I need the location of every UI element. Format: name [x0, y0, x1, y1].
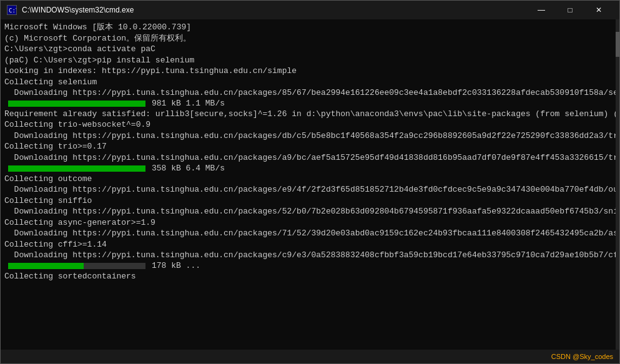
- progress-line: 178 kB ...: [4, 261, 616, 271]
- terminal-line: Downloading https://pypi.tuna.tsinghua.e…: [4, 130, 616, 142]
- progress-bar-fill: [8, 165, 145, 172]
- terminal-line: Looking in indexes: https://pypi.tuna.ts…: [4, 66, 616, 77]
- cmd-window: C:\ C:\WINDOWS\system32\cmd.exe — □ ✕ Mi…: [0, 0, 620, 364]
- terminal-line: Downloading https://pypi.tuna.tsinghua.e…: [4, 87, 616, 99]
- progress-bar-fill: [8, 101, 145, 107]
- window-title: C:\WINDOWS\system32\cmd.exe: [22, 6, 134, 14]
- progress-bar-fill: [8, 263, 84, 269]
- svg-text:C:\: C:\: [9, 7, 16, 14]
- terminal-line: Collecting trio>=0.17: [4, 141, 616, 152]
- terminal-line: Collecting sniffio: [4, 195, 616, 207]
- terminal-line: Collecting async-generator>=1.9: [4, 217, 616, 229]
- terminal-line: Collecting cffi>=1.14: [4, 239, 616, 250]
- cmd-icon: C:\: [7, 5, 17, 15]
- progress-line: 981 kB 1.1 MB/s: [4, 99, 616, 109]
- scrollbar-thumb[interactable]: [616, 32, 619, 57]
- terminal-line: Collecting selenium: [4, 77, 616, 88]
- titlebar-left: C:\ C:\WINDOWS\system32\cmd.exe: [7, 5, 134, 15]
- terminal-line: (c) Microsoft Corporation。保留所有权利。: [4, 33, 616, 44]
- progress-label: 981 kB 1.1 MB/s: [152, 98, 225, 109]
- progress-label: 358 kB 6.4 MB/s: [152, 163, 225, 174]
- terminal-line: Downloading https://pypi.tuna.tsinghua.e…: [4, 228, 616, 239]
- progress-bar-container: [8, 263, 145, 269]
- terminal-area[interactable]: Microsoft Windows [版本 10.0.22000.739](c)…: [1, 19, 619, 350]
- terminal-line: (paC) C:\Users\zgt>pip install selenium: [4, 55, 616, 66]
- terminal-line: Collecting sortedcontainers: [4, 271, 616, 282]
- titlebar: C:\ C:\WINDOWS\system32\cmd.exe — □ ✕: [1, 1, 619, 19]
- minimize-button[interactable]: —: [527, 1, 556, 19]
- terminal-line: Downloading https://pypi.tuna.tsinghua.e…: [4, 184, 616, 195]
- progress-bar-container: [8, 165, 145, 172]
- maximize-button[interactable]: □: [556, 1, 584, 19]
- scrollbar[interactable]: [616, 19, 619, 350]
- terminal-line: Downloading https://pypi.tuna.tsinghua.e…: [4, 206, 616, 217]
- statusbar-text: CSDN @Sky_codes: [551, 353, 613, 360]
- window-controls: — □ ✕: [527, 1, 613, 19]
- terminal-line: Requirement already satisfied: urllib3[s…: [4, 109, 616, 120]
- close-button[interactable]: ✕: [584, 1, 613, 19]
- terminal-line: Microsoft Windows [版本 10.0.22000.739]: [4, 22, 616, 33]
- statusbar: CSDN @Sky_codes: [1, 350, 619, 363]
- terminal-line: Collecting outcome: [4, 174, 616, 185]
- terminal-line: Downloading https://pypi.tuna.tsinghua.e…: [4, 250, 616, 261]
- terminal-line: Collecting trio-websocket^=0.9: [4, 119, 616, 130]
- terminal-line: Downloading https://pypi.tuna.tsinghua.e…: [4, 152, 616, 164]
- progress-line: 358 kB 6.4 MB/s: [4, 164, 616, 174]
- progress-label: 178 kB ...: [152, 260, 200, 272]
- terminal-line: C:\Users\zgt>conda activate paC: [4, 44, 616, 55]
- progress-bar-container: [8, 101, 145, 107]
